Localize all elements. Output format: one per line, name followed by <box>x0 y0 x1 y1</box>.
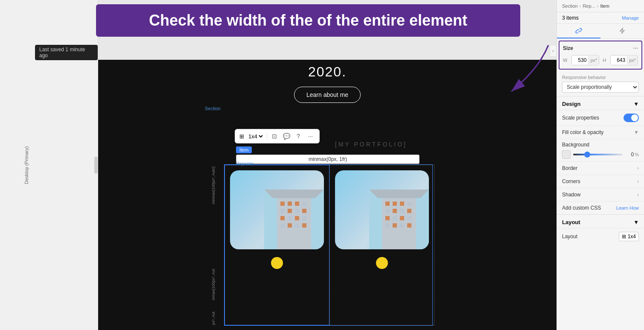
layout-value-display[interactable]: ⊞ 1x4 <box>619 232 639 241</box>
shadow-label: Shadow <box>562 192 580 198</box>
height-input[interactable] <box>611 55 627 65</box>
svg-rect-12 <box>288 216 292 220</box>
width-input[interactable] <box>572 55 588 65</box>
svg-rect-4 <box>288 202 292 206</box>
canvas-top-input-1[interactable] <box>195 23 340 37</box>
card-image-2 <box>335 170 429 249</box>
svg-marker-38 <box>369 190 429 198</box>
custom-css-row: Add custom CSS Learn How <box>557 201 644 214</box>
bg-percent-display: 0 % <box>625 152 639 158</box>
items-count-label: 3 items <box>562 15 579 21</box>
repeater-toolbar: ⊞ 1x4 ⊡ 💬 ? ··· <box>235 129 320 143</box>
cards-grid <box>224 164 433 326</box>
comment-icon[interactable]: 💬 <box>282 131 291 141</box>
section-label: Section <box>205 106 221 111</box>
border-section[interactable]: Border › <box>557 161 644 175</box>
bg-slider-thumb[interactable] <box>584 152 590 158</box>
link-icon <box>575 27 582 34</box>
left-sidebar: Last saved 1 minute ago Desktop (Primary… <box>0 0 98 330</box>
canvas-area: 2020. Learn about me Section [MY PORTFOL… <box>98 0 557 330</box>
svg-rect-35 <box>393 223 397 228</box>
canvas-top-input-2[interactable] <box>349 23 460 37</box>
item-tag: Item <box>236 146 252 153</box>
svg-rect-31 <box>393 216 397 220</box>
svg-rect-9 <box>295 209 299 213</box>
svg-rect-14 <box>302 216 306 220</box>
canvas-top-bar <box>98 0 557 60</box>
portfolio-year-title: 2020. <box>98 60 557 80</box>
repeater-label: Repeater <box>236 161 254 166</box>
design-chevron: ▼ <box>633 101 639 107</box>
svg-rect-27 <box>393 209 397 213</box>
background-section: Background 0 % <box>557 139 644 161</box>
corners-section[interactable]: Corners › <box>557 175 644 188</box>
more-options-icon[interactable]: ··· <box>306 131 315 141</box>
svg-rect-16 <box>288 223 292 228</box>
device-label: Desktop (Primary) <box>24 146 29 184</box>
fill-color-item[interactable]: Fill color & opacity ▼ <box>557 126 644 139</box>
custom-css-label: Add custom CSS <box>562 205 601 211</box>
svg-rect-3 <box>280 202 285 206</box>
svg-rect-18 <box>302 223 306 228</box>
border-chevron: › <box>637 165 639 171</box>
layout-item: Layout ⊞ 1x4 <box>557 228 644 245</box>
tab-design[interactable] <box>557 24 600 38</box>
svg-rect-28 <box>400 209 404 213</box>
layout-select[interactable]: 1x4 <box>247 133 264 140</box>
building-svg-2 <box>369 190 429 249</box>
card-dot-1 <box>271 257 283 269</box>
svg-rect-15 <box>280 223 285 228</box>
breadcrumb-rep: Rep... <box>583 3 595 9</box>
shadow-chevron: › <box>637 192 639 198</box>
card-image-1 <box>230 170 324 249</box>
height-input-wrap: px* <box>610 55 638 65</box>
responsive-select[interactable]: Scale proportionally <box>562 82 639 93</box>
svg-rect-26 <box>385 209 390 213</box>
shadow-section[interactable]: Shadow › <box>557 188 644 201</box>
svg-rect-36 <box>400 223 404 228</box>
panel-collapse-button[interactable]: › <box>550 45 557 57</box>
svg-rect-13 <box>295 216 299 220</box>
tab-interactions[interactable] <box>600 24 644 38</box>
svg-rect-5 <box>295 202 299 206</box>
card-dot-2 <box>376 257 388 269</box>
scale-properties-label: Scale properties <box>562 115 599 121</box>
design-section-header[interactable]: Design ▼ <box>557 96 644 110</box>
svg-rect-25 <box>407 202 411 206</box>
sidebar-resize-handle[interactable] <box>94 157 98 174</box>
grid-size-label: minmax(0px, 1fr) <box>236 155 420 164</box>
fit-icon[interactable]: ⊡ <box>270 131 279 141</box>
row-label-3: px*, Aut <box>211 312 216 325</box>
learn-about-me-button[interactable]: Learn about me <box>294 87 361 103</box>
scale-properties-toggle[interactable] <box>624 114 639 122</box>
height-unit: px* <box>627 56 638 64</box>
svg-rect-34 <box>385 223 390 228</box>
svg-rect-8 <box>288 209 292 213</box>
responsive-label: Responsive behavior <box>562 75 639 80</box>
toolbar-divider <box>267 133 267 140</box>
grid-icon: ⊞ <box>239 133 244 140</box>
manage-link[interactable]: Manage <box>622 15 639 20</box>
right-panel: Section › Rep... › Item 3 items Manage <box>557 0 644 330</box>
layout-title: Layout <box>562 219 580 225</box>
size-dots[interactable]: ··· <box>633 45 638 52</box>
row-label-2: inmax(100px*, Aut <box>211 269 216 300</box>
svg-rect-24 <box>400 202 404 206</box>
svg-rect-17 <box>295 223 299 228</box>
layout-section-header[interactable]: Layout ▼ <box>557 214 644 228</box>
height-label: H <box>603 58 606 63</box>
row-label-1: minmax(100px*, Auto) <box>211 166 216 204</box>
background-label: Background <box>562 142 639 148</box>
help-icon[interactable]: ? <box>294 131 303 141</box>
svg-rect-33 <box>407 216 411 220</box>
breadcrumb-section: Section <box>562 3 578 9</box>
corners-label: Corners <box>562 178 580 184</box>
bg-color-swatch[interactable] <box>562 150 571 159</box>
card-cell-1 <box>224 165 329 325</box>
size-title: Size <box>563 45 573 51</box>
fill-color-chevron: ▼ <box>634 129 639 135</box>
svg-rect-10 <box>302 209 306 213</box>
svg-rect-23 <box>393 202 397 206</box>
bg-slider[interactable] <box>573 154 623 155</box>
learn-how-link[interactable]: Learn How <box>616 205 639 210</box>
